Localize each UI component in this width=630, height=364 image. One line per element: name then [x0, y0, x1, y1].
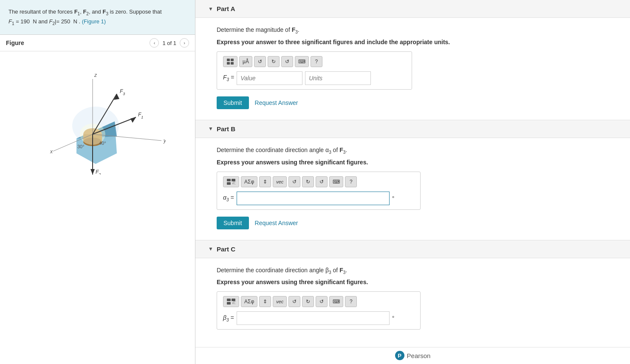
svg-text:√□: √□	[232, 181, 236, 185]
toolbar-refresh-button[interactable]: ↺	[281, 56, 293, 67]
svg-rect-27	[231, 62, 234, 65]
toolbar-c-refresh-button[interactable]: ↺	[316, 296, 328, 307]
svg-marker-17	[130, 117, 136, 123]
problem-text: The resultant of the forces F1, F2, and …	[0, 0, 195, 35]
part-c-label: Part C	[217, 245, 235, 253]
part-c-input-row: β3 = °	[223, 311, 414, 325]
toolbar-grid-button[interactable]	[223, 56, 237, 67]
svg-rect-34	[227, 302, 231, 305]
part-b-instruction: Express your answers using three signifi…	[217, 159, 609, 166]
part-c-header[interactable]: ▼ Part C	[195, 240, 630, 258]
toolbar-b-arrows-button[interactable]: ⇕	[259, 176, 271, 187]
toolbar-c-redo-button[interactable]: ↻	[302, 296, 314, 307]
svg-text:z: z	[94, 72, 97, 78]
part-c-arrow: ▼	[208, 246, 213, 252]
figure-image-area: x y z F3 F1 F2	[0, 51, 195, 364]
part-a-content: Determine the magnitude of F3. Express y…	[195, 18, 630, 120]
part-a-action-row: Submit Request Answer	[217, 96, 609, 109]
part-b-toolbar: √□ AΣφ ⇕ vec ↺ ↻ ↺ ⌨ ?	[223, 176, 414, 187]
toolbar-c-arrows-button[interactable]: ⇕	[259, 296, 271, 307]
prev-figure-button[interactable]: ‹	[150, 38, 159, 48]
toolbar-b-vec-button[interactable]: vec	[273, 176, 287, 187]
svg-rect-26	[227, 62, 230, 65]
figure-diagram: x y z F3 F1 F2	[30, 56, 166, 175]
part-b-field-label: α3 =	[223, 194, 234, 202]
svg-rect-30	[227, 182, 231, 185]
figure-header: Figure ‹ 1 of 1 ›	[0, 35, 195, 51]
toolbar-b-redo-button[interactable]: ↻	[302, 176, 314, 187]
part-a-input-container: μÅ ↺ ↻ ↺ ⌨ ? F3 =	[217, 51, 412, 90]
svg-text:y: y	[163, 138, 166, 144]
part-c-content: Determine the coordinate direction angle…	[195, 258, 630, 347]
part-a-request-answer-link[interactable]: Request Answer	[255, 99, 298, 106]
toolbar-redo-button[interactable]: ↻	[268, 56, 280, 67]
part-b-action-row: Submit Request Answer	[217, 217, 609, 229]
part-b-submit-button[interactable]: Submit	[217, 217, 249, 229]
part-c-toolbar: √□ AΣφ ⇕ vec ↺ ↻ ↺ ⌨ ?	[223, 296, 414, 307]
part-a-submit-button[interactable]: Submit	[217, 96, 249, 109]
next-figure-button[interactable]: ›	[180, 38, 189, 48]
part-a-header[interactable]: ▼ Part A	[195, 0, 630, 18]
part-a-input-row: F3 =	[223, 71, 406, 85]
pearson-name: Pearson	[407, 352, 431, 359]
figure-link[interactable]: (Figure 1)	[82, 18, 106, 25]
toolbar-b-asigma-button[interactable]: AΣφ	[241, 176, 257, 187]
part-b-input-row: α3 = °	[223, 192, 414, 205]
svg-text:F3: F3	[120, 88, 125, 96]
pearson-footer: P Pearson	[195, 347, 630, 364]
toolbar-b-keyboard-button[interactable]: ⌨	[329, 176, 343, 187]
part-b-request-answer-link[interactable]: Request Answer	[255, 220, 298, 226]
toolbar-mu-button[interactable]: μÅ	[239, 56, 252, 67]
toolbar-c-keyboard-button[interactable]: ⌨	[329, 296, 343, 307]
part-a-arrow: ▼	[208, 6, 213, 12]
part-c-answer-input[interactable]	[237, 311, 390, 325]
part-b-answer-input[interactable]	[237, 192, 390, 205]
part-b-content: Determine the coordinate direction angle…	[195, 138, 630, 240]
svg-text:√□: √□	[232, 301, 236, 305]
part-b-degree-symbol: °	[392, 195, 395, 202]
svg-rect-32	[227, 299, 231, 301]
figure-title: Figure	[6, 40, 24, 46]
part-a-toolbar: μÅ ↺ ↻ ↺ ⌨ ?	[223, 56, 406, 67]
svg-rect-28	[227, 179, 231, 181]
part-a-instruction: Express your answer to three significant…	[217, 39, 609, 45]
toolbar-b-help-button[interactable]: ?	[345, 176, 357, 187]
pearson-logo: P	[395, 351, 404, 360]
part-c-section: ▼ Part C Determine the coordinate direct…	[195, 240, 630, 348]
figure-nav: ‹ 1 of 1 ›	[150, 38, 189, 48]
part-c-degree-symbol: °	[392, 315, 395, 322]
right-panel: ▼ Part A Determine the magnitude of F3. …	[195, 0, 630, 364]
toolbar-c-asigma-button[interactable]: AΣφ	[241, 296, 257, 307]
part-a-description: Determine the magnitude of F3.	[217, 26, 609, 34]
svg-text:F2: F2	[96, 169, 101, 175]
part-b-input-container: √□ AΣφ ⇕ vec ↺ ↻ ↺ ⌨ ? α3 = °	[217, 172, 421, 210]
part-b-header[interactable]: ▼ Part B	[195, 120, 630, 138]
part-a-value-input[interactable]	[237, 71, 302, 85]
part-c-field-label: β3 =	[223, 314, 234, 322]
svg-rect-24	[227, 59, 230, 61]
svg-text:40°: 40°	[99, 141, 106, 146]
toolbar-c-grid-sqrt-button[interactable]: √□	[223, 296, 239, 307]
svg-marker-20	[90, 169, 95, 175]
part-a-field-label: F3 =	[223, 74, 234, 82]
part-c-description: Determine the coordinate direction angle…	[217, 267, 609, 275]
toolbar-b-refresh-button[interactable]: ↺	[316, 176, 328, 187]
part-b-arrow: ▼	[208, 126, 213, 132]
left-panel: The resultant of the forces F1, F2, and …	[0, 0, 195, 364]
toolbar-b-grid-sqrt-button[interactable]: √□	[223, 176, 239, 187]
part-b-section: ▼ Part B Determine the coordinate direct…	[195, 120, 630, 240]
toolbar-c-help-button[interactable]: ?	[345, 296, 357, 307]
toolbar-c-undo-button[interactable]: ↺	[288, 296, 300, 307]
toolbar-keyboard-button[interactable]: ⌨	[295, 56, 309, 67]
toolbar-help-button[interactable]: ?	[311, 56, 322, 67]
figure-nav-count: 1 of 1	[162, 40, 176, 46]
part-c-instruction: Express your answers using three signifi…	[217, 279, 609, 285]
toolbar-c-vec-button[interactable]: vec	[273, 296, 287, 307]
part-a-units-input[interactable]	[305, 71, 371, 85]
toolbar-undo-button[interactable]: ↺	[254, 56, 266, 67]
part-b-label: Part B	[217, 125, 235, 133]
part-a-label: Part A	[217, 5, 235, 12]
toolbar-b-undo-button[interactable]: ↺	[288, 176, 300, 187]
part-b-description: Determine the coordinate direction angle…	[217, 147, 609, 155]
part-c-input-container: √□ AΣφ ⇕ vec ↺ ↻ ↺ ⌨ ? β3 = °	[217, 291, 421, 330]
